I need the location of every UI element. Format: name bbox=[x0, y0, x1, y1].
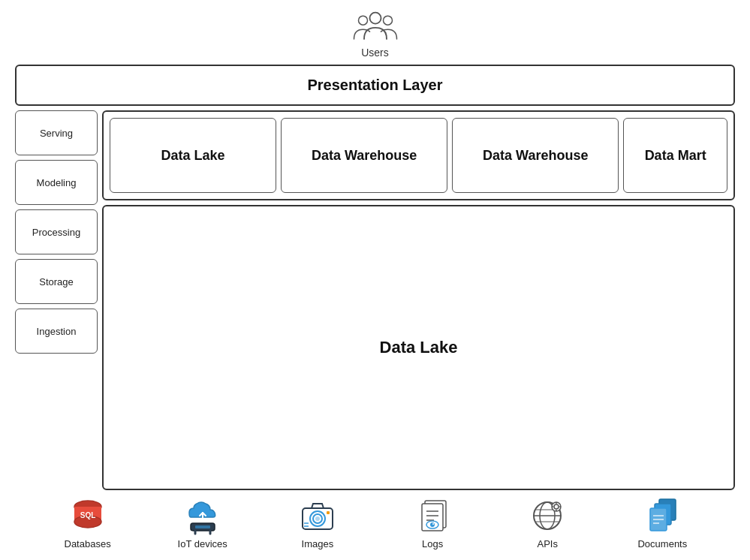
users-section: Users bbox=[353, 8, 398, 59]
iot-icon bbox=[183, 496, 222, 535]
apis-icon bbox=[528, 496, 567, 535]
images-label: Images bbox=[302, 538, 334, 549]
svg-rect-17 bbox=[327, 511, 330, 514]
label-storage: Storage bbox=[15, 259, 98, 304]
data-warehouse-2: Data Warehouse bbox=[452, 118, 619, 193]
apis-label: APIs bbox=[537, 538, 557, 549]
bottom-row-data-lake: Data Lake bbox=[102, 205, 735, 490]
icon-images: Images bbox=[273, 496, 363, 549]
label-modeling: Modeling bbox=[15, 160, 98, 205]
databases-icon: SQL bbox=[68, 496, 107, 535]
left-labels: Serving Modeling Processing Storage Inge… bbox=[15, 110, 98, 490]
presentation-layer-label: Presentation Layer bbox=[307, 77, 442, 93]
documents-icon bbox=[643, 496, 682, 535]
bottom-data-lake-label: Data Lake bbox=[380, 338, 458, 357]
logs-icon bbox=[413, 496, 452, 535]
label-processing: Processing bbox=[15, 209, 98, 254]
main-body: Serving Modeling Processing Storage Inge… bbox=[15, 110, 735, 490]
svg-rect-10 bbox=[195, 525, 210, 528]
svg-text:SQL: SQL bbox=[80, 511, 95, 519]
svg-point-1 bbox=[358, 16, 367, 25]
bottom-icons: SQL Databases IoT devices bbox=[15, 490, 735, 552]
label-serving: Serving bbox=[15, 110, 98, 155]
presentation-layer: Presentation Layer bbox=[15, 65, 735, 106]
top-row: Data Lake Data Warehouse Data Warehouse … bbox=[102, 110, 735, 200]
databases-label: Databases bbox=[65, 538, 111, 549]
icon-logs: Logs bbox=[387, 496, 477, 549]
iot-devices-label: IoT devices bbox=[178, 538, 227, 549]
icon-databases: SQL Databases bbox=[43, 496, 133, 549]
svg-point-27 bbox=[432, 523, 434, 525]
svg-point-26 bbox=[430, 522, 435, 527]
images-icon bbox=[298, 496, 337, 535]
documents-label: Documents bbox=[637, 538, 687, 549]
label-ingestion: Ingestion bbox=[15, 309, 98, 354]
data-lake-top: Data Lake bbox=[110, 118, 276, 193]
icon-iot-devices: IoT devices bbox=[158, 496, 248, 549]
users-label: Users bbox=[361, 47, 389, 59]
data-mart: Data Mart bbox=[623, 118, 727, 193]
right-content: Data Lake Data Warehouse Data Warehouse … bbox=[102, 110, 735, 490]
svg-point-2 bbox=[383, 16, 392, 25]
svg-point-16 bbox=[315, 516, 320, 521]
icon-documents: Documents bbox=[617, 496, 707, 549]
logs-label: Logs bbox=[422, 538, 443, 549]
users-icon bbox=[353, 8, 398, 45]
icon-apis: APIs bbox=[502, 496, 592, 549]
data-warehouse-1: Data Warehouse bbox=[281, 118, 447, 193]
svg-point-0 bbox=[369, 13, 381, 24]
